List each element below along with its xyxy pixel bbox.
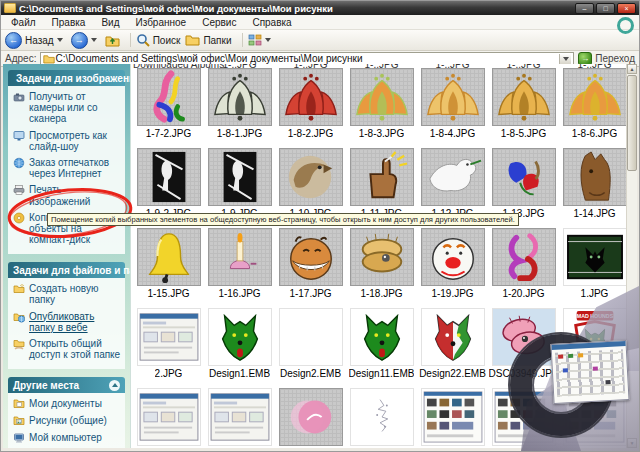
file-thumbnail <box>564 149 626 205</box>
task-label: Рисунки (общие) <box>29 415 107 427</box>
forward-button[interactable]: → <box>71 32 100 49</box>
folders-button[interactable]: Папки <box>185 34 231 46</box>
file-tasks-panel: Задачи для файлов и папок Создать новую … <box>8 262 125 369</box>
ring-logo-icon <box>617 17 634 34</box>
file-tasks-header[interactable]: Задачи для файлов и папок <box>8 262 125 278</box>
sidebar-task-link[interactable]: Открыть общий доступ к этой папке <box>13 338 122 360</box>
file-thumbnail <box>280 389 342 445</box>
vertical-scrollbar[interactable]: ▲ ▼ <box>626 64 637 448</box>
file-tasks-title: Задачи для файлов и папок <box>13 265 130 276</box>
file-label: 1-8-5.JPG <box>501 128 547 139</box>
file-item[interactable]: 1.JPG <box>559 229 630 309</box>
menu-favorites[interactable]: Избранное <box>127 17 194 28</box>
file-thumbnail <box>493 69 555 125</box>
other-places-header[interactable]: Другие места <box>8 377 125 393</box>
thumbnail-grid: 1-7-2.JPG1-8-1.JPG1-8-2.JPG1-8-3.JPG1-8-… <box>133 69 630 448</box>
sidebar-task-link[interactable]: Рисунки (общие) <box>13 415 122 427</box>
file-thumbnail <box>564 229 626 285</box>
image-tasks-header[interactable]: Задачи для изображений <box>8 70 125 86</box>
window-folder-icon <box>4 3 16 13</box>
sidebar-task-link[interactable]: Создать новую папку <box>13 283 122 305</box>
views-icon <box>248 34 262 46</box>
file-item[interactable]: 1-19.JPG <box>417 229 488 309</box>
camera-icon <box>13 91 25 103</box>
file-item[interactable]: 1-8-3.JPG <box>346 69 417 149</box>
sidebar-task-link[interactable]: Печать изображений <box>13 184 122 206</box>
file-item[interactable]: 1-16.JPG <box>204 229 275 309</box>
sidebar-task-link[interactable]: Заказ отпечатков через Интернет <box>13 157 122 179</box>
sidebar-task-link[interactable]: Просмотреть как слайд-шоу <box>13 130 122 152</box>
file-item[interactable]: 1-15.JPG <box>133 229 204 309</box>
file-thumbnail <box>493 229 555 285</box>
sidebar-task-link[interactable]: Опубликовать папку в вебе <box>13 311 122 333</box>
address-dropdown-button[interactable] <box>559 54 571 64</box>
file-item[interactable]: Design1.EMB <box>204 309 275 389</box>
sidebar-task-link[interactable]: Мои документы <box>13 398 122 410</box>
address-value: C:\Documents and Settings\мой офис\Мои д… <box>55 53 559 64</box>
slideshow-icon <box>13 130 25 142</box>
back-label: Назад <box>25 35 54 46</box>
file-item[interactable]: 2.JPG <box>133 309 204 389</box>
up-button[interactable] <box>105 34 120 47</box>
file-label: 1-17.JPG <box>289 288 331 299</box>
sidebar-task-link[interactable]: Мой компьютер <box>13 432 122 444</box>
scroll-up-button[interactable]: ▲ <box>627 64 637 74</box>
menu-bar: Файл Правка Вид Избранное Сервис Справка <box>1 15 639 30</box>
file-item[interactable] <box>559 389 630 448</box>
sidebar-task-link[interactable]: Получить от камеры или со сканера <box>13 91 122 125</box>
file-label: 1-8-3.JPG <box>359 128 405 139</box>
file-thumbnail <box>493 149 555 205</box>
menu-edit[interactable]: Правка <box>44 17 94 28</box>
collapse-chevron-icon[interactable] <box>109 380 120 391</box>
file-item[interactable]: Безымянный.JPG <box>275 389 346 448</box>
file-item[interactable]: MAD HOUNDSgoncaya.EMB <box>559 309 630 389</box>
file-item[interactable]: Безымянный.bmp <box>204 389 275 448</box>
file-thumbnail <box>280 149 342 205</box>
file-item[interactable]: 1-17.JPG <box>275 229 346 309</box>
file-item[interactable]: 1-8-6.JPG <box>559 69 630 149</box>
minimize-button[interactable]: – <box>575 3 594 14</box>
file-item[interactable]: 1-8-5.JPG <box>488 69 559 149</box>
file-thumbnail <box>422 309 484 365</box>
file-item[interactable]: DSC03949.JPG <box>488 309 559 389</box>
menu-file[interactable]: Файл <box>3 17 44 28</box>
file-thumbnail <box>138 149 200 205</box>
forward-dropdown-icon[interactable] <box>91 38 97 42</box>
file-item[interactable]: Design2.EMB <box>275 309 346 389</box>
file-item[interactable]: Design22.EMB <box>417 309 488 389</box>
file-item[interactable]: 10.JPG <box>488 389 559 448</box>
scrollbar-thumb[interactable] <box>627 75 637 171</box>
menu-view[interactable]: Вид <box>93 17 127 28</box>
file-thumbnail <box>209 309 271 365</box>
file-label: 1-8-6.JPG <box>572 128 618 139</box>
file-item[interactable]: 1-8-4.JPG <box>417 69 488 149</box>
file-item[interactable]: Design11.EMB <box>346 309 417 389</box>
file-label: 1-20.JPG <box>502 288 544 299</box>
menu-help[interactable]: Справка <box>244 17 299 28</box>
file-item[interactable]: 1-7-2.JPG <box>133 69 204 149</box>
menu-tools[interactable]: Сервис <box>194 17 244 28</box>
file-thumbnail <box>493 309 555 365</box>
file-thumbnail <box>280 309 342 365</box>
file-item[interactable]: 1-18.JPG <box>346 229 417 309</box>
file-thumbnail <box>564 389 626 445</box>
file-item[interactable]: 1-20.JPG <box>488 229 559 309</box>
file-item[interactable]: 9.JPG <box>417 389 488 448</box>
back-dropdown-icon[interactable] <box>57 38 63 42</box>
file-item[interactable]: 1-14.JPG <box>559 149 630 229</box>
file-label: Design1.EMB <box>209 368 270 379</box>
maximize-button[interactable]: □ <box>596 3 615 14</box>
search-button[interactable]: Поиск <box>136 33 181 47</box>
file-item[interactable]: Безымянный2.bmp <box>133 389 204 448</box>
forward-icon: → <box>71 32 88 49</box>
close-button[interactable]: × <box>617 3 636 14</box>
file-item[interactable]: новый-1.cpt <box>346 389 417 448</box>
back-button[interactable]: ← Назад <box>5 32 66 49</box>
views-dropdown-icon[interactable] <box>265 38 271 42</box>
views-button[interactable] <box>248 34 274 46</box>
file-thumbnail <box>138 389 200 445</box>
file-item[interactable]: 1-8-2.JPG <box>275 69 346 149</box>
file-item[interactable]: 1-8-1.JPG <box>204 69 275 149</box>
scroll-down-button[interactable]: ▼ <box>627 438 637 448</box>
go-label: Переход <box>595 53 635 64</box>
